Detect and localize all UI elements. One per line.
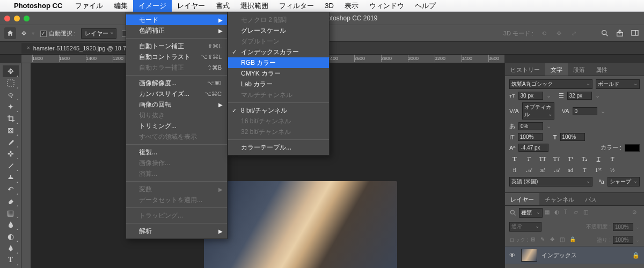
marquee-tool[interactable] bbox=[3, 77, 19, 89]
font-size-input[interactable]: 30 px bbox=[518, 92, 543, 100]
allcaps-button[interactable]: TT bbox=[537, 154, 548, 163]
auto-select-checkbox[interactable] bbox=[40, 31, 47, 37]
stylistic-button[interactable]: 𝒜 bbox=[551, 166, 562, 174]
menu-edit[interactable]: 編集 bbox=[108, 0, 133, 12]
tab-properties[interactable]: 属性 bbox=[590, 63, 613, 76]
antialias-dropdown[interactable]: シャープ bbox=[608, 177, 640, 187]
menu-item[interactable]: 複製... bbox=[126, 147, 227, 158]
fill-input[interactable]: 100% bbox=[613, 236, 633, 244]
menu-item[interactable]: RGB カラー bbox=[228, 57, 329, 68]
filter-shape-icon[interactable]: ▱ bbox=[574, 209, 581, 217]
tab-paths[interactable]: パス bbox=[580, 193, 602, 205]
color-swatch[interactable] bbox=[625, 144, 640, 152]
auto-select-dropdown[interactable]: レイヤー bbox=[81, 28, 116, 39]
menu-item[interactable]: CMYK カラー bbox=[228, 68, 329, 79]
contextual-button[interactable]: 𝒜 bbox=[523, 166, 534, 174]
layer-lock-icon[interactable]: 🔒 bbox=[632, 252, 640, 259]
move-tool[interactable]: ✥ bbox=[3, 65, 19, 77]
layer-row[interactable]: 👁 インデックス 🔒 bbox=[505, 246, 644, 264]
vscale-input[interactable]: 100% bbox=[518, 133, 543, 141]
eyedropper-tool[interactable] bbox=[3, 136, 19, 148]
eraser-tool[interactable] bbox=[3, 195, 19, 207]
magic-wand-tool[interactable]: ✦ bbox=[3, 101, 19, 113]
menu-item[interactable]: 画像解像度...⌥⌘I bbox=[126, 78, 227, 88]
smallcaps-button[interactable]: Tᴛ bbox=[551, 154, 562, 163]
hscale-input[interactable]: 100% bbox=[560, 133, 585, 141]
minimize-window-icon[interactable] bbox=[14, 16, 20, 21]
menu-item[interactable]: Lab カラー bbox=[228, 79, 329, 90]
crop-tool[interactable] bbox=[3, 113, 19, 124]
superscript-button[interactable]: T¹ bbox=[565, 154, 576, 163]
menu-image[interactable]: イメージ bbox=[133, 0, 172, 12]
menu-item[interactable]: 自動トーン補正⇧⌘L bbox=[126, 41, 227, 51]
menu-type[interactable]: 書式 bbox=[210, 0, 235, 12]
maximize-window-icon[interactable] bbox=[24, 16, 30, 21]
blend-mode-dropdown[interactable]: 通常 bbox=[509, 222, 541, 232]
menu-item[interactable]: モード▶ bbox=[126, 14, 227, 25]
pen-tool[interactable] bbox=[3, 242, 19, 254]
bold-button[interactable]: T bbox=[509, 154, 520, 163]
orbit-3d-icon[interactable]: ⟲ bbox=[539, 28, 548, 38]
path-selection-tool[interactable] bbox=[3, 266, 19, 268]
tsume-input[interactable]: 0% bbox=[518, 122, 543, 130]
filter-adjust-icon[interactable]: ◐ bbox=[554, 209, 562, 217]
menu-help[interactable]: ヘルプ bbox=[409, 0, 441, 12]
menu-item[interactable]: グレースケール bbox=[228, 25, 329, 36]
language-dropdown[interactable]: 英語 (米国) bbox=[509, 177, 592, 187]
home-button[interactable] bbox=[4, 27, 16, 39]
menu-file[interactable]: ファイル bbox=[70, 0, 108, 12]
leading-input[interactable]: 32 px bbox=[567, 92, 592, 100]
menu-item[interactable]: インデックスカラー✓ bbox=[228, 47, 329, 57]
search-icon[interactable] bbox=[600, 28, 610, 38]
search-layers-icon[interactable] bbox=[509, 209, 517, 217]
lock-pixels-icon[interactable]: ⊞ bbox=[531, 236, 538, 244]
type-tool[interactable]: T bbox=[3, 254, 19, 266]
titling-button[interactable]: ad bbox=[565, 166, 576, 174]
history-brush-tool[interactable]: ↶ bbox=[3, 183, 19, 195]
fractions2-button[interactable]: ½ bbox=[607, 166, 618, 174]
app-name[interactable]: Photoshop CC bbox=[14, 2, 62, 10]
layer-visibility-icon[interactable]: 👁 bbox=[509, 252, 517, 258]
frame-tool[interactable]: ⊠ bbox=[3, 124, 19, 136]
gradient-tool[interactable]: ▦ bbox=[3, 207, 19, 219]
menu-view[interactable]: 表示 bbox=[339, 0, 364, 12]
tracking-input[interactable]: 0 bbox=[573, 107, 597, 115]
pan-3d-icon[interactable]: ✥ bbox=[554, 28, 564, 38]
lasso-tool[interactable] bbox=[3, 89, 19, 101]
italic-button[interactable]: T bbox=[523, 154, 534, 163]
lock-position-icon[interactable]: ✥ bbox=[550, 236, 558, 244]
menu-item[interactable]: 色調補正▶ bbox=[126, 25, 227, 36]
filter-type-icon[interactable]: T bbox=[564, 209, 572, 217]
filter-toggle-icon[interactable]: ⊙ bbox=[632, 209, 640, 217]
font-family-dropdown[interactable]: 筑紫A丸ゴシック bbox=[509, 79, 592, 89]
clone-stamp-tool[interactable] bbox=[3, 172, 19, 183]
lock-artboard-icon[interactable]: ◫ bbox=[560, 236, 567, 244]
strikethrough-button[interactable]: T bbox=[607, 154, 618, 163]
zoom-3d-icon[interactable]: ⤢ bbox=[569, 28, 579, 38]
filter-pixel-icon[interactable]: ▦ bbox=[545, 209, 552, 217]
healing-brush-tool[interactable]: ✜ bbox=[3, 148, 19, 160]
font-style-dropdown[interactable]: ボールド bbox=[596, 79, 640, 89]
menu-item[interactable]: カンバスサイズ...⌥⌘C bbox=[126, 88, 227, 99]
tab-history[interactable]: ヒストリー bbox=[505, 63, 545, 76]
ligatures-button[interactable]: fi bbox=[509, 166, 520, 174]
tab-layers[interactable]: レイヤー bbox=[505, 193, 539, 205]
swash-button[interactable]: st bbox=[537, 166, 548, 174]
lock-all-icon[interactable]: 🔒 bbox=[569, 236, 577, 244]
menu-item[interactable]: 画像の回転▶ bbox=[126, 99, 227, 110]
underline-button[interactable]: T bbox=[593, 154, 604, 163]
workspace-icon[interactable] bbox=[630, 28, 640, 38]
menu-item[interactable]: カラーテーブル... bbox=[228, 142, 329, 153]
subscript-button[interactable]: T₁ bbox=[579, 154, 590, 163]
baseline-input[interactable]: -4.47 px bbox=[518, 144, 548, 152]
fractions-button[interactable]: 1ˢᵗ bbox=[593, 166, 604, 174]
menu-item[interactable]: 自動コントラスト⌥⇧⌘L bbox=[126, 51, 227, 62]
menu-select[interactable]: 選択範囲 bbox=[235, 0, 274, 12]
tab-paragraph[interactable]: 段落 bbox=[568, 63, 590, 76]
filter-smart-icon[interactable]: ◫ bbox=[583, 209, 591, 217]
share-icon[interactable] bbox=[615, 28, 625, 38]
menu-filter[interactable]: フィルター bbox=[274, 0, 319, 12]
dodge-tool[interactable]: ◐ bbox=[3, 230, 19, 242]
layer-filter-dropdown[interactable]: 種類 bbox=[519, 208, 543, 218]
lock-brush-icon[interactable]: ✎ bbox=[540, 236, 548, 244]
